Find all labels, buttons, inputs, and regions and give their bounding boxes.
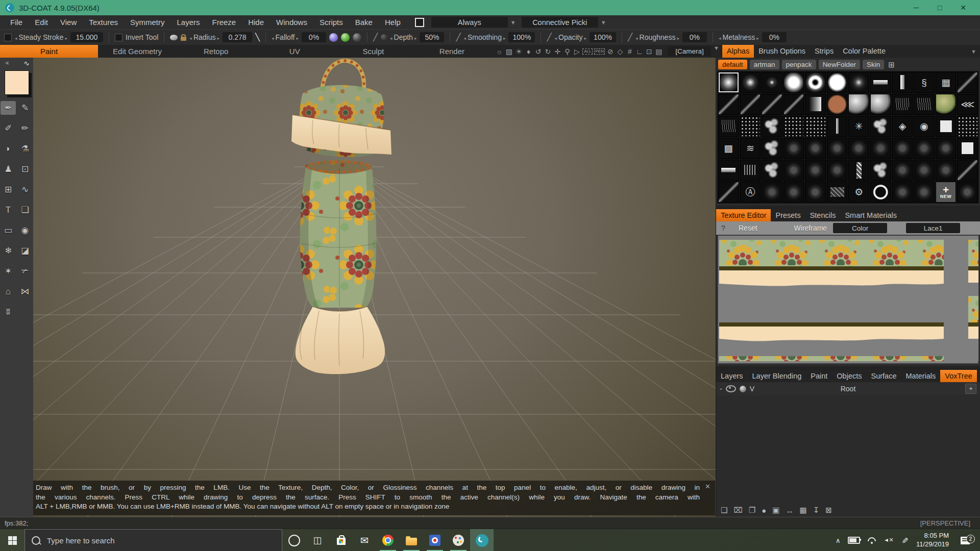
paint-tool-button[interactable]: ⊞	[1, 183, 16, 196]
menu-item[interactable]: Help	[379, 18, 407, 27]
metalness-value[interactable]: 0%	[762, 32, 787, 42]
window-control-button[interactable]: ─	[904, 0, 928, 15]
menu-item[interactable]: Bake	[349, 18, 379, 27]
alpha-thumbnail[interactable]	[870, 94, 891, 115]
layers-panel-tab[interactable]: Layer Blending	[748, 370, 806, 382]
radius-value[interactable]: 0.278	[223, 32, 252, 42]
voxtree-tool-icon[interactable]: ↔	[786, 506, 793, 515]
camera-dropdown[interactable]: [Camera]	[668, 46, 711, 56]
alpha-folder-chip[interactable]: NewFolder	[819, 60, 860, 69]
smoothing-label[interactable]: Smoothing	[463, 33, 505, 41]
always-checkbox[interactable]	[415, 18, 424, 27]
alphas-panel-tab[interactable]: Strips	[810, 45, 838, 58]
panel-menu-icon[interactable]: ▼	[971, 48, 976, 55]
alpha-thumbnail[interactable]: ▦	[936, 72, 957, 93]
task-view-button[interactable]: ◫	[306, 529, 329, 551]
tray-chevron-icon[interactable]: ∧	[836, 537, 841, 544]
alpha-thumbnail[interactable]: Ⓐ	[740, 182, 761, 203]
start-button[interactable]	[0, 529, 24, 551]
alpha-thumbnail[interactable]	[870, 72, 891, 93]
alpha-thumbnail[interactable]	[892, 72, 913, 93]
alpha-thumbnail[interactable]	[936, 94, 957, 115]
alpha-thumbnail[interactable]	[870, 182, 891, 203]
paint-tool-button[interactable]: ♟	[1, 162, 16, 176]
viewport-tool-icon[interactable]: ▧	[505, 47, 513, 56]
alpha-thumbnail[interactable]	[827, 182, 848, 203]
paint-tool-button[interactable]: ⌂	[1, 285, 16, 298]
alpha-thumbnail[interactable]	[783, 116, 804, 137]
viewport-tool-icon[interactable]: ☼	[495, 47, 503, 56]
layers-panel-tab[interactable]: VoxTree	[940, 370, 976, 382]
wireframe-button[interactable]: Wireframe	[794, 224, 827, 232]
pressure-curve-icon[interactable]: ╱	[373, 33, 378, 42]
alphas-panel-tab[interactable]: Alphas	[722, 45, 754, 58]
paint-tool-button[interactable]: ✎	[17, 101, 33, 115]
opacity-value[interactable]: 100%	[590, 32, 616, 42]
layers-panel-tab[interactable]: Materials	[901, 370, 941, 382]
opacity-label[interactable]: Opacity	[554, 33, 586, 41]
alpha-thumbnail[interactable]	[783, 182, 804, 203]
viewport-tool-icon[interactable]: ⊡	[645, 47, 653, 56]
layers-panel-tab[interactable]: Surface	[867, 370, 901, 382]
alpha-thumbnail[interactable]	[848, 160, 869, 181]
alpha-thumbnail[interactable]	[957, 160, 978, 181]
paint-tool-button[interactable]: ▭	[1, 223, 16, 237]
viewport-tool-icon[interactable]: ♦	[524, 47, 532, 56]
alpha-thumbnail[interactable]	[827, 160, 848, 181]
battery-icon[interactable]	[848, 537, 860, 544]
viewport-tool-icon[interactable]: ▷	[573, 47, 581, 56]
window-control-button[interactable]: □	[928, 0, 951, 15]
viewport-tool-icon[interactable]: ⚲	[563, 47, 571, 56]
volume-sphere-icon[interactable]	[740, 386, 746, 392]
chrome-button[interactable]	[376, 529, 400, 551]
3dcoat-taskbar-button[interactable]	[470, 529, 494, 551]
alpha-thumbnail[interactable]	[848, 94, 869, 115]
file-explorer-button[interactable]	[400, 529, 423, 551]
workspace-tab[interactable]: Render	[412, 45, 491, 58]
alpha-thumbnail[interactable]	[936, 116, 957, 137]
alpha-thumbnail[interactable]	[805, 116, 826, 137]
voxtree-root-row[interactable]: - V Root +	[716, 382, 980, 395]
menu-item[interactable]: Edit	[29, 18, 54, 27]
viewport-tool-icon[interactable]: ▤	[655, 47, 663, 56]
alpha-folder-chip[interactable]: artman	[750, 60, 779, 69]
workspace-tab[interactable]: UV	[255, 45, 334, 58]
color-sphere-icon[interactable]	[329, 33, 338, 42]
media-app-button[interactable]	[423, 529, 447, 551]
pen-pressure-icon[interactable]	[170, 35, 178, 40]
radius-label[interactable]: Radius	[189, 33, 219, 41]
paint-tool-button[interactable]: ⚗	[17, 142, 33, 156]
texture-editor-tab[interactable]: Smart Materials	[840, 209, 901, 221]
search-input[interactable]	[46, 536, 275, 545]
alpha-thumbnail[interactable]: ✳	[848, 116, 869, 137]
visibility-eye-icon[interactable]	[726, 385, 736, 392]
alpha-thumbnail[interactable]	[740, 160, 761, 181]
alpha-thumbnail[interactable]	[870, 160, 891, 181]
workspace-tab[interactable]: Retopo	[177, 45, 255, 58]
alpha-thumbnail[interactable]	[957, 72, 978, 93]
taskbar-clock[interactable]: 8:05 PM 11/29/2019	[916, 532, 949, 549]
alpha-thumbnail[interactable]	[762, 94, 782, 115]
roughness-label[interactable]: Roughness	[635, 33, 679, 41]
alpha-thumbnail[interactable]: ≋	[740, 138, 761, 159]
voxtree-tool-icon[interactable]: ↧	[813, 506, 820, 515]
alpha-folder-chip[interactable]: default	[718, 60, 747, 69]
alpha-thumbnail[interactable]	[718, 116, 739, 137]
pen-icon[interactable]: ✎	[900, 537, 910, 543]
voxtree-tool-icon[interactable]: ▣	[772, 506, 779, 515]
pressure-curve-icon[interactable]: ╱	[456, 33, 460, 42]
alpha-thumbnail[interactable]: ⚙	[848, 182, 869, 203]
menu-item[interactable]: File	[4, 18, 29, 27]
layers-panel-tab[interactable]: Paint	[806, 370, 832, 382]
alpha-thumbnail[interactable]	[914, 94, 935, 115]
alpha-thumbnail[interactable]	[957, 138, 978, 159]
alpha-thumbnail[interactable]	[914, 138, 935, 159]
lock-icon[interactable]	[181, 37, 186, 41]
alpha-thumbnail[interactable]	[805, 160, 826, 181]
alpha-thumbnail[interactable]	[762, 182, 782, 203]
layers-panel-tab[interactable]: Objects	[832, 370, 866, 382]
paint-tool-button[interactable]: ʬ	[1, 305, 16, 319]
store-button[interactable]	[329, 529, 353, 551]
alpha-thumbnail[interactable]	[892, 160, 913, 181]
window-control-button[interactable]: ✕	[951, 0, 975, 15]
